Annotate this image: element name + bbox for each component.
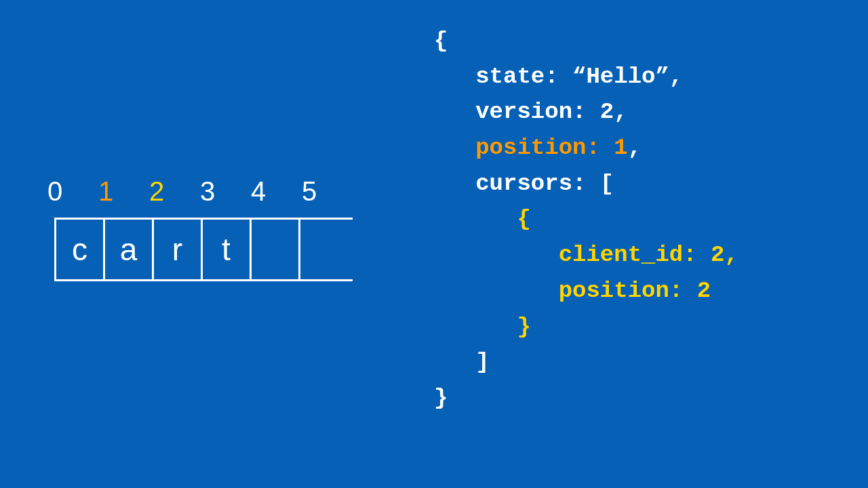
code-line-8: } <box>434 314 531 340</box>
cell-3: t <box>203 220 252 279</box>
code-line-3-tail: , <box>628 135 642 161</box>
code-line-7: position: 2 <box>434 278 711 304</box>
index-1: 1 <box>98 176 149 207</box>
cell-2: r <box>154 220 203 279</box>
code-line-5: { <box>434 206 531 232</box>
code-line-4: cursors: [ <box>434 171 614 197</box>
cell-0: c <box>56 220 105 279</box>
cell-4 <box>252 220 300 279</box>
index-4: 4 <box>251 176 302 207</box>
index-5: 5 <box>302 176 353 207</box>
index-0: 0 <box>47 176 98 207</box>
code-line-2: version: 2, <box>434 99 628 125</box>
code-line-0: { <box>434 28 448 54</box>
code-line-3-indent <box>434 135 475 161</box>
index-row: 0 1 2 3 4 5 <box>47 176 353 207</box>
cells-row: c a r t <box>54 218 353 281</box>
index-2: 2 <box>149 176 200 207</box>
code-block: { state: “Hello”, version: 2, position: … <box>434 23 738 416</box>
char-array-diagram: 0 1 2 3 4 5 c a r t <box>54 176 353 281</box>
slide: 0 1 2 3 4 5 c a r t { state: “Hello”, ve… <box>0 0 868 488</box>
code-line-9: ] <box>434 349 490 375</box>
index-3: 3 <box>200 176 251 207</box>
code-line-10: } <box>434 385 448 411</box>
cell-1: a <box>105 220 154 279</box>
code-line-3-position: position: 1 <box>475 135 627 161</box>
code-line-1: state: “Hello”, <box>434 64 683 89</box>
code-line-6: client_id: 2, <box>434 242 738 268</box>
